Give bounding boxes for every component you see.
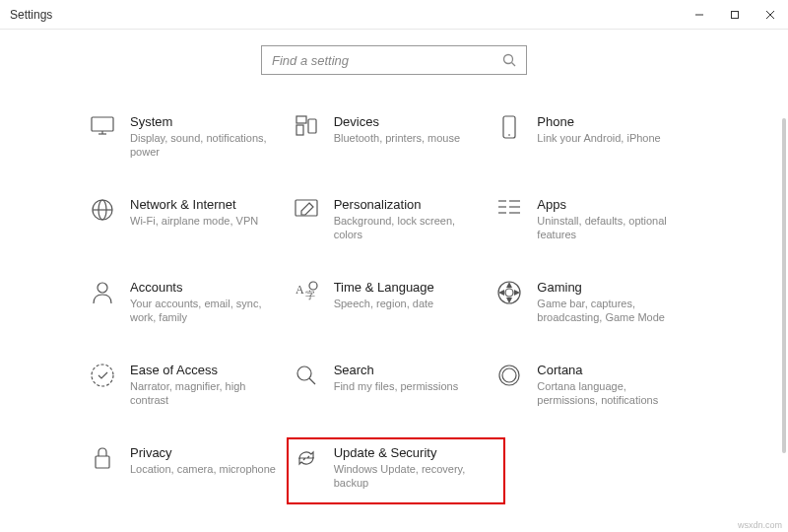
minimize-button[interactable]	[682, 0, 717, 30]
network-icon	[89, 197, 116, 225]
tile-privacy[interactable]: Privacy Location, camera, microphone	[89, 445, 293, 493]
scrollbar[interactable]	[782, 118, 786, 453]
tile-title: Update & Security	[334, 445, 482, 460]
tile-desc: Link your Android, iPhone	[537, 131, 660, 145]
tile-desc: Your accounts, email, sync, work, family	[130, 297, 278, 325]
tile-title: Devices	[334, 114, 460, 129]
tile-desc: Display, sound, notifications, power	[130, 131, 278, 160]
titlebar: Settings	[0, 0, 788, 30]
watermark: wsxdn.com	[738, 520, 782, 530]
tile-system[interactable]: System Display, sound, notifications, po…	[89, 114, 293, 162]
search-input[interactable]	[272, 53, 502, 68]
svg-rect-1	[732, 12, 739, 19]
window-controls	[682, 0, 788, 30]
tile-title: Personalization	[334, 197, 482, 212]
tile-desc: Find my files, permissions	[334, 379, 459, 393]
tile-gaming[interactable]: Gaming Game bar, captures, broadcasting,…	[495, 280, 699, 327]
svg-point-30	[92, 365, 113, 386]
tile-ease-of-access[interactable]: Ease of Access Narrator, magnifier, high…	[89, 363, 293, 410]
svg-point-31	[297, 366, 311, 380]
privacy-icon	[89, 445, 116, 473]
tile-title: Network & Internet	[130, 197, 258, 212]
update-security-icon	[293, 445, 320, 473]
tile-time-language[interactable]: A字 Time & Language Speech, region, date	[293, 280, 496, 327]
tile-desc: Game bar, captures, broadcasting, Game M…	[537, 297, 685, 325]
search-box[interactable]	[261, 45, 527, 75]
time-language-icon: A字	[293, 280, 320, 307]
svg-rect-11	[308, 119, 316, 133]
svg-rect-35	[96, 456, 109, 468]
tile-desc: Wi-Fi, airplane mode, VPN	[130, 214, 258, 228]
search-tile-icon	[293, 363, 320, 390]
svg-line-5	[512, 63, 516, 67]
tile-apps[interactable]: Apps Uninstall, defaults, optional featu…	[495, 197, 699, 244]
cortana-icon	[495, 363, 523, 390]
svg-text:A: A	[296, 283, 304, 297]
tile-title: Apps	[537, 197, 685, 212]
tile-title: System	[130, 114, 278, 129]
window-title: Settings	[10, 8, 52, 22]
tile-devices[interactable]: Devices Bluetooth, printers, mouse	[293, 114, 496, 162]
tile-phone[interactable]: Phone Link your Android, iPhone	[495, 114, 699, 162]
maximize-button[interactable]	[717, 0, 753, 30]
gaming-icon	[495, 280, 523, 307]
tile-title: Privacy	[130, 445, 276, 460]
svg-rect-6	[92, 117, 113, 131]
tile-title: Phone	[537, 114, 660, 129]
apps-icon	[495, 197, 523, 225]
svg-point-24	[98, 283, 107, 293]
svg-point-27	[309, 282, 317, 290]
tile-desc: Windows Update, recovery, backup	[334, 462, 482, 491]
tile-personalization[interactable]: Personalization Background, lock screen,…	[293, 197, 496, 244]
tile-title: Cortana	[537, 363, 685, 377]
tile-desc: Uninstall, defaults, optional features	[537, 214, 685, 242]
ease-of-access-icon	[89, 363, 116, 390]
tile-update-security[interactable]: Update & Security Windows Update, recove…	[287, 437, 506, 504]
tile-accounts[interactable]: Accounts Your accounts, email, sync, wor…	[89, 280, 293, 327]
svg-text:字: 字	[305, 290, 315, 300]
tile-desc: Speech, region, date	[334, 297, 434, 310]
tile-desc: Cortana language, permissions, notificat…	[537, 379, 685, 408]
close-icon	[765, 10, 775, 20]
content-area: System Display, sound, notifications, po…	[0, 30, 788, 493]
svg-point-29	[505, 289, 513, 297]
tile-desc: Location, camera, microphone	[130, 462, 276, 476]
tile-title: Ease of Access	[130, 363, 278, 377]
minimize-icon	[694, 10, 704, 20]
svg-point-34	[502, 368, 516, 382]
tile-title: Accounts	[130, 280, 278, 295]
svg-rect-10	[296, 125, 303, 135]
accounts-icon	[89, 280, 116, 307]
maximize-icon	[730, 10, 740, 20]
svg-line-32	[309, 378, 315, 384]
search-icon	[502, 53, 516, 67]
tile-title: Search	[334, 363, 459, 377]
phone-icon	[495, 114, 523, 142]
tile-desc: Bluetooth, printers, mouse	[334, 131, 460, 145]
search-container	[0, 45, 788, 75]
svg-rect-9	[296, 116, 306, 123]
settings-grid: System Display, sound, notifications, po…	[0, 114, 788, 493]
close-button[interactable]	[753, 0, 788, 30]
tile-title: Gaming	[537, 280, 685, 295]
tile-title: Time & Language	[334, 280, 434, 295]
tile-search[interactable]: Search Find my files, permissions	[293, 363, 496, 410]
devices-icon	[293, 114, 320, 142]
tile-desc: Narrator, magnifier, high contrast	[130, 379, 278, 408]
tile-cortana[interactable]: Cortana Cortana language, permissions, n…	[495, 363, 699, 410]
system-icon	[89, 114, 116, 142]
tile-desc: Background, lock screen, colors	[334, 214, 482, 242]
personalization-icon	[293, 197, 320, 225]
tile-network[interactable]: Network & Internet Wi-Fi, airplane mode,…	[89, 197, 293, 244]
svg-point-4	[504, 55, 513, 64]
